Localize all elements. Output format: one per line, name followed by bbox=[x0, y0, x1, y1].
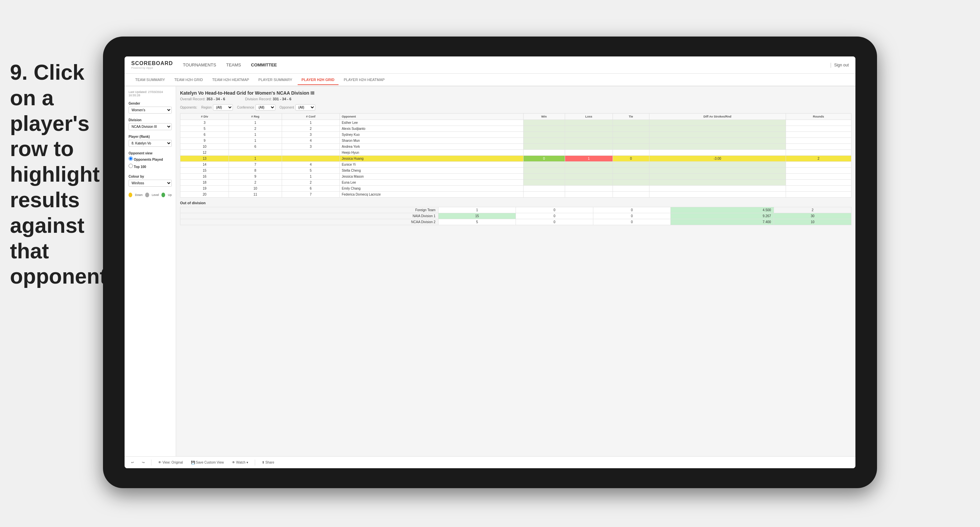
table-row[interactable]: 1063Andrea York bbox=[180, 144, 851, 150]
colour-by-select[interactable]: Win/loss bbox=[129, 179, 172, 187]
tab-team-h2h-grid[interactable]: TEAM H2H GRID bbox=[170, 75, 207, 85]
tab-player-h2h-heatmap[interactable]: PLAYER H2H HEATMAP bbox=[340, 75, 389, 85]
filter-region: Region (All) bbox=[201, 104, 233, 111]
col-opponent: Opponent bbox=[339, 114, 523, 120]
main-content: Last Updated: 27/03/2024 16:55:28 Gender… bbox=[124, 86, 856, 456]
opponent-view-label: Opponent view bbox=[129, 151, 172, 155]
watch-icon: 👁 bbox=[232, 460, 235, 464]
region-label: Region bbox=[201, 106, 212, 109]
table-row[interactable]: 613Sydney Kuo bbox=[180, 132, 851, 138]
nav-bar: SCOREBOARD Powered by clippd TOURNAMENTS… bbox=[124, 56, 856, 74]
table-row[interactable]: 12Heejo Hyun bbox=[180, 150, 851, 156]
tab-team-summary[interactable]: TEAM SUMMARY bbox=[131, 75, 169, 85]
table-row[interactable]: 914Sharon Mun bbox=[180, 138, 851, 144]
opponent-select[interactable]: (All) bbox=[295, 104, 315, 111]
h2h-table: # Div # Reg # Conf Opponent Win Loss Tie… bbox=[180, 113, 851, 198]
table-row[interactable]: 1822Euna Lee bbox=[180, 179, 851, 186]
nav-teams[interactable]: TEAMS bbox=[226, 61, 241, 69]
sidebar-datetime: Last Updated: 27/03/2024 16:55:28 bbox=[129, 90, 172, 97]
toolbar: ↩ ↪ 👁 View: Original 💾 Save Custom View … bbox=[124, 456, 856, 468]
col-win: Win bbox=[523, 114, 565, 120]
annotation-text: 9. Click on a player's row to highlight … bbox=[10, 60, 100, 289]
share-button[interactable]: ⬆ Share bbox=[259, 460, 277, 465]
conference-label: Conference bbox=[237, 106, 254, 109]
region-select[interactable]: (All) bbox=[213, 104, 233, 111]
nav-tournaments[interactable]: TOURNAMENTS bbox=[183, 61, 216, 69]
legend-down-dot bbox=[129, 193, 132, 197]
table-row-highlighted[interactable]: 13 1 Jessica Huang 0 1 0 -3.00 2 bbox=[180, 156, 851, 162]
table-row[interactable]: 20117Federica Domecq Lacroze bbox=[180, 192, 851, 198]
legend-down-label: Down bbox=[135, 193, 143, 197]
opponents-label: Opponents: bbox=[180, 106, 197, 109]
out-of-division-header: Out of division bbox=[180, 201, 851, 205]
sidebar-colour-section: Colour by Win/loss bbox=[129, 175, 172, 187]
filter-row: Opponents: Region (All) Conference (All) bbox=[180, 104, 851, 111]
col-loss: Loss bbox=[565, 114, 612, 120]
table-header-row: # Div # Reg # Conf Opponent Win Loss Tie… bbox=[180, 114, 851, 120]
gender-label: Gender bbox=[129, 102, 172, 105]
legend-level-dot bbox=[145, 193, 149, 197]
share-icon: ⬆ bbox=[262, 460, 264, 464]
out-div-row[interactable]: Foreign Team 1 0 0 4.500 2 bbox=[180, 207, 851, 213]
table-row[interactable]: 311Esther Lee bbox=[180, 120, 851, 126]
undo-button[interactable]: ↩ bbox=[129, 460, 137, 465]
division-record-value: 331 - 34 - 6 bbox=[273, 97, 291, 101]
col-rounds: Rounds bbox=[786, 114, 851, 120]
division-select[interactable]: NCAA Division III bbox=[129, 123, 172, 130]
sidebar-opponent-view-section: Opponent view Opponents Played Top 100 bbox=[129, 151, 172, 170]
col-div: # Div bbox=[180, 114, 229, 120]
eye-icon: 👁 bbox=[158, 460, 161, 464]
legend-level-label: Level bbox=[152, 193, 159, 197]
watch-button[interactable]: 👁 Watch ▾ bbox=[229, 460, 251, 465]
player-select[interactable]: 8. Katelyn Vo bbox=[129, 140, 172, 147]
opponent-view-radio-group: Opponents Played Top 100 bbox=[129, 156, 172, 170]
tab-team-h2h-heatmap[interactable]: TEAM H2H HEATMAP bbox=[208, 75, 253, 85]
sign-out-button[interactable]: Sign out bbox=[834, 63, 849, 67]
grid-title: Katelyn Vo Head-to-Head Grid for Women's… bbox=[180, 90, 851, 96]
grid-area: Katelyn Vo Head-to-Head Grid for Women's… bbox=[176, 86, 856, 456]
device-frame: SCOREBOARD Powered by clippd TOURNAMENTS… bbox=[103, 37, 877, 488]
filter-opponent: Opponent (All) bbox=[279, 104, 315, 111]
out-div-row[interactable]: NCAA Division 2 5 0 0 7.400 10 bbox=[180, 219, 851, 225]
sidebar: Last Updated: 27/03/2024 16:55:28 Gender… bbox=[124, 86, 176, 456]
table-row[interactable]: 1585Stella Cheng bbox=[180, 168, 851, 174]
table-row[interactable]: 522Alexis Sudjianto bbox=[180, 126, 851, 132]
player-rank-label: Player (Rank) bbox=[129, 135, 172, 138]
table-row[interactable]: 1474Eunice Yi bbox=[180, 162, 851, 168]
sidebar-gender-section: Gender Women's bbox=[129, 102, 172, 114]
device-screen: SCOREBOARD Powered by clippd TOURNAMENTS… bbox=[124, 56, 856, 468]
out-div-row[interactable]: NAIA Division 1 15 0 0 9.267 30 bbox=[180, 213, 851, 219]
filter-opponents: Opponents: bbox=[180, 106, 197, 109]
filter-conference: Conference (All) bbox=[237, 104, 275, 111]
nav-items: TOURNAMENTS TEAMS COMMITTEE bbox=[183, 61, 830, 69]
gender-select[interactable]: Women's bbox=[129, 106, 172, 114]
color-legend: Down Level Up bbox=[129, 191, 172, 197]
col-reg: # Reg bbox=[229, 114, 282, 120]
nav-committee[interactable]: COMMITTEE bbox=[251, 61, 277, 69]
logo: SCOREBOARD Powered by clippd bbox=[131, 60, 173, 70]
table-row[interactable]: 1691Jessica Mason bbox=[180, 174, 851, 179]
save-icon: 💾 bbox=[191, 460, 195, 464]
redo-button[interactable]: ↪ bbox=[139, 460, 147, 465]
radio-opponents-played[interactable]: Opponents Played bbox=[129, 156, 172, 161]
legend-up-label: Up bbox=[168, 193, 172, 197]
radio-top100[interactable]: Top 100 bbox=[129, 164, 172, 169]
opponent-label: Opponent bbox=[279, 106, 294, 109]
col-tie: Tie bbox=[612, 114, 649, 120]
table-row[interactable]: 19106Emily Chang bbox=[180, 186, 851, 192]
grid-records: Overall Record: 353 - 34 - 6 Division Re… bbox=[180, 97, 851, 101]
sidebar-player-section: Player (Rank) 8. Katelyn Vo bbox=[129, 135, 172, 147]
overall-record-value: 353 - 34 - 6 bbox=[206, 97, 225, 101]
division-label: Division bbox=[129, 118, 172, 122]
view-original-button[interactable]: 👁 View: Original bbox=[156, 460, 186, 465]
conference-select[interactable]: (All) bbox=[256, 104, 275, 111]
tab-player-h2h-grid[interactable]: PLAYER H2H GRID bbox=[298, 75, 339, 85]
sign-out-area: | Sign out bbox=[830, 62, 849, 68]
legend-up-dot bbox=[161, 193, 165, 197]
toolbar-divider-2 bbox=[255, 460, 255, 465]
tab-player-summary[interactable]: PLAYER SUMMARY bbox=[255, 75, 296, 85]
sidebar-division-section: Division NCAA Division III bbox=[129, 118, 172, 130]
col-diff: Diff Av Strokes/Rnd bbox=[649, 114, 786, 120]
save-custom-button[interactable]: 💾 Save Custom View bbox=[188, 460, 227, 465]
sub-nav: TEAM SUMMARY TEAM H2H GRID TEAM H2H HEAT… bbox=[124, 74, 856, 86]
